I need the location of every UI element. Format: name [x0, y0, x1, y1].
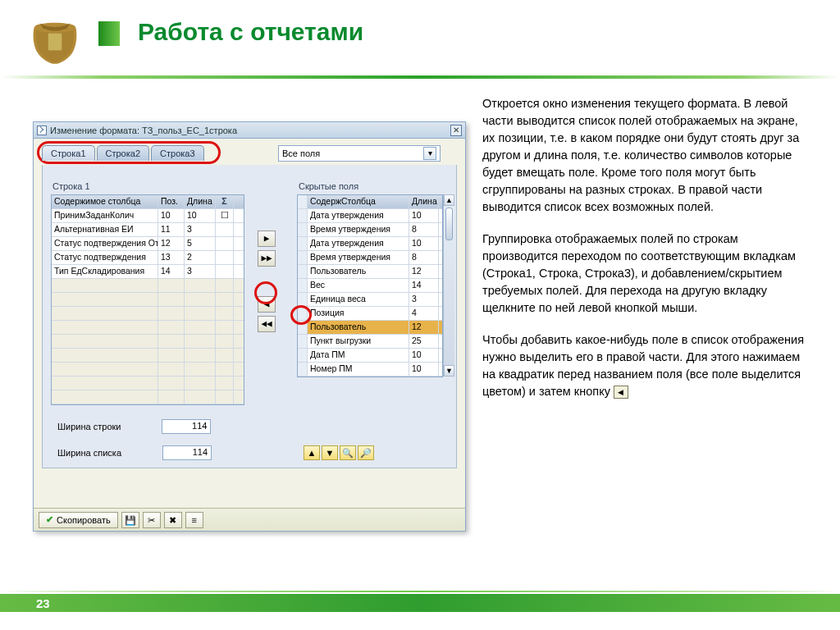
save-button[interactable]: 💾 [121, 512, 139, 528]
all-fields-label: Все поля [282, 148, 320, 158]
move-right-button[interactable]: ▶ [258, 231, 276, 247]
all-fields-dropdown[interactable]: Все поля ▾ [278, 145, 441, 162]
table-row[interactable]: Статус подтверждения Отг125 [52, 237, 244, 251]
row-handle[interactable] [298, 223, 308, 236]
table-row[interactable] [52, 293, 244, 307]
sort-toolbar: ▲ ▼ 🔍 🔎 [304, 445, 374, 460]
window-footer-toolbar: ✔ Скопировать 💾 ✂ ✖ ≡ [34, 508, 465, 531]
table-row[interactable]: Альтернативная ЕИ113 [52, 223, 244, 237]
hidden-fields-panel: Скрытые поля СодержСтолбца Длина Дата ут… [297, 173, 443, 377]
displayed-fields-panel: Строка 1 Содержимое столбца Поз. Длина Σ… [51, 173, 244, 405]
dropdown-icon[interactable]: ▾ [423, 147, 436, 160]
tools-button[interactable]: ✂ [143, 512, 161, 528]
table-row[interactable]: Дата утверждения10 [298, 209, 442, 223]
check-icon: ✔ [46, 514, 53, 525]
footer-bar [0, 594, 840, 612]
slide: Работа с отчетами Откроется окно изменен… [0, 0, 840, 630]
table-row[interactable]: Пункт выгрузки25 [298, 335, 442, 349]
table-row[interactable]: Позиция4 [298, 307, 442, 321]
line-width-label: Ширина строки [57, 422, 121, 431]
row-handle[interactable] [298, 335, 308, 348]
table-row[interactable]: Номер ПМ10 [298, 363, 442, 377]
displayed-fields-grid[interactable]: Содержимое столбца Поз. Длина Σ ПринимЗа… [51, 194, 244, 405]
row-handle[interactable] [298, 293, 308, 306]
description-text: Откроется окно изменения текущего формат… [482, 95, 809, 415]
slide-header: Работа с отчетами [0, 0, 840, 79]
find-next-button[interactable]: 🔎 [358, 445, 374, 460]
crest-logo [30, 18, 80, 66]
slide-title: Работа с отчетами [138, 18, 363, 46]
description-p3: Чтобы добавить какое-нибудь поле в списо… [482, 331, 809, 400]
tab-line1[interactable]: Строка1 [42, 145, 95, 161]
table-row[interactable]: Время утверждения8 [298, 223, 442, 237]
table-row[interactable]: Дата ПМ10 [298, 349, 442, 363]
right-grid-scrollbar[interactable]: ▲ ▼ [443, 194, 454, 377]
table-row[interactable]: Статус подтверждения132 [52, 251, 244, 265]
row-handle[interactable] [298, 321, 308, 334]
panel-area: Строка 1 Содержимое столбца Поз. Длина Σ… [42, 165, 457, 468]
move-left-icon [614, 386, 628, 399]
row-handle[interactable] [298, 307, 308, 320]
sigma-icon[interactable]: Σ [216, 195, 234, 208]
green-accent-square [98, 21, 120, 46]
list-width-row: Ширина списка 114 [57, 445, 212, 460]
table-row[interactable] [52, 377, 244, 390]
window-menu-icon[interactable] [37, 126, 47, 135]
window-body: Строка1 Строка2 Строка3 Все поля ▾ Строк… [34, 139, 465, 531]
line-width-value[interactable]: 114 [162, 419, 211, 434]
move-left-button[interactable]: ◀ [258, 296, 276, 313]
list-width-label: Ширина списка [57, 448, 121, 458]
scroll-up-icon[interactable]: ▲ [444, 194, 454, 206]
window-title: Изменение формата: ТЗ_польз_ЕС_1строка [50, 126, 237, 135]
tab-line3[interactable]: Строка3 [151, 145, 204, 161]
tab-line2[interactable]: Строка2 [97, 145, 150, 161]
table-row[interactable]: Тип ЕдСкладирования143 [52, 265, 244, 279]
row-handle[interactable] [298, 279, 308, 292]
table-row[interactable]: Дата утверждения10 [298, 237, 442, 251]
hidden-fields-grid[interactable]: СодержСтолбца Длина Дата утверждения10Вр… [297, 194, 443, 377]
scroll-down-icon[interactable]: ▼ [444, 365, 454, 377]
table-row[interactable] [52, 335, 244, 349]
table-row[interactable] [52, 321, 244, 335]
copy-button[interactable]: ✔ Скопировать [39, 512, 118, 528]
row-handle[interactable] [298, 237, 308, 250]
manage-button[interactable]: ≡ [185, 512, 203, 528]
delete-button[interactable]: ✖ [164, 512, 182, 528]
move-left-all-button[interactable]: ◀◀ [258, 316, 276, 332]
window-titlebar[interactable]: Изменение формата: ТЗ_польз_ЕС_1строка ✕ [34, 122, 465, 139]
scroll-thumb[interactable] [445, 208, 453, 240]
table-row[interactable] [52, 363, 244, 377]
row-handle[interactable] [298, 209, 308, 222]
left-grid-header: Содержимое столбца Поз. Длина Σ [52, 195, 244, 209]
row-handle[interactable] [298, 265, 308, 278]
left-group-title: Строка 1 [52, 181, 244, 191]
table-row[interactable]: Вес14 [298, 279, 442, 293]
list-width-value[interactable]: 114 [162, 445, 212, 460]
table-row[interactable]: Пользователь12 [298, 265, 442, 279]
move-right-all-button[interactable]: ▶▶ [258, 250, 276, 267]
window-close-button[interactable]: ✕ [450, 125, 462, 136]
page-number: 23 [36, 596, 50, 610]
description-p2: Группировка отображаемых полей по строка… [482, 231, 809, 317]
line-width-row: Ширина строки 114 [57, 419, 211, 434]
footer-rule [0, 591, 840, 592]
row-handle[interactable] [298, 251, 308, 264]
row-handle[interactable] [298, 363, 308, 376]
table-row[interactable] [52, 279, 244, 293]
move-buttons: ▶ ▶▶ ◀ ◀◀ [258, 231, 281, 332]
format-change-window: Изменение формата: ТЗ_польз_ЕС_1строка ✕… [33, 121, 466, 532]
sort-asc-button[interactable]: ▲ [304, 445, 320, 460]
right-group-title: Скрытые поля [299, 181, 443, 191]
line-tabs: Строка1 Строка2 Строка3 [42, 145, 204, 161]
row-handle[interactable] [298, 349, 308, 362]
table-row[interactable] [52, 307, 244, 321]
table-row[interactable]: Единица веса3 [298, 293, 442, 307]
table-row[interactable]: ПринимЗаданКолич1010☐ [52, 209, 244, 223]
find-button[interactable]: 🔍 [340, 445, 356, 460]
header-rule [0, 75, 840, 79]
table-row[interactable] [52, 349, 244, 363]
table-row[interactable]: Пользователь12 [298, 321, 442, 335]
table-row[interactable]: Время утверждения8 [298, 251, 442, 265]
sort-desc-button[interactable]: ▼ [322, 445, 338, 460]
table-row[interactable] [52, 390, 244, 404]
